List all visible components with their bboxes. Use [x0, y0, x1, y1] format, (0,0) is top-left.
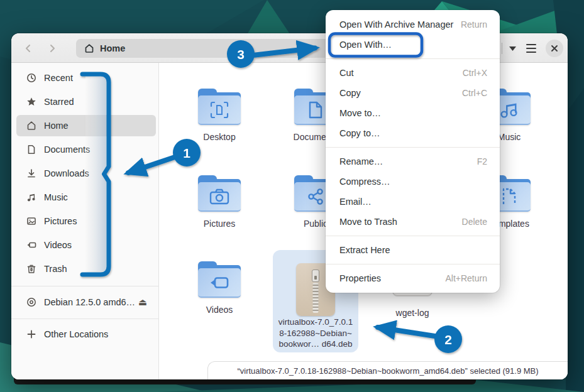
menu-item-label: Compress… — [339, 177, 390, 187]
trash-icon — [26, 264, 36, 274]
menu-item-copy-to[interactable]: Copy to… — [326, 123, 500, 143]
sidebar-item-videos[interactable]: Videos — [16, 234, 156, 256]
sidebar-item-label: Documents — [44, 144, 90, 155]
context-menu: Open With Archive Manager Return Open Wi… — [326, 10, 500, 293]
music-note-icon — [26, 192, 36, 202]
menu-item-open-with[interactable]: Open With… — [326, 35, 500, 55]
sidebar-item-documents[interactable]: Documents — [16, 139, 156, 160]
file-label: Music — [498, 131, 521, 143]
sidebar-item-pictures[interactable]: Pictures — [16, 210, 156, 232]
close-button[interactable] — [546, 40, 563, 57]
desktop: Home Recent Starred — [0, 0, 584, 392]
menu-item-label: Move to Trash — [339, 217, 397, 227]
sidebar-item-debian-volume[interactable]: Debian 12.5.0 amd6… ⏏ — [16, 291, 156, 313]
menu-item-properties[interactable]: Properties Alt+Return — [326, 268, 500, 288]
share-emblem-icon — [307, 188, 324, 205]
view-options-dropdown[interactable] — [505, 41, 519, 56]
menu-item-shortcut: Alt+Return — [445, 273, 487, 283]
menu-separator — [326, 147, 500, 148]
file-label: Desktop — [203, 131, 235, 143]
folder-icon — [198, 89, 241, 125]
sidebar-item-label: Recent — [44, 73, 73, 83]
menu-item-extract-here[interactable]: Extract Here — [326, 240, 500, 260]
video-icon — [26, 240, 36, 250]
menu-item-label: Properties — [339, 273, 381, 283]
chevron-right-icon — [48, 44, 57, 53]
menu-item-email[interactable]: Email… — [326, 192, 500, 212]
menu-item-label: Rename… — [339, 156, 383, 166]
sidebar-item-recent[interactable]: Recent — [16, 67, 156, 89]
menu-item-compress[interactable]: Compress… — [326, 172, 500, 192]
chevron-down-icon — [509, 46, 516, 51]
menu-item-label: Copy to… — [339, 128, 380, 138]
disc-icon — [26, 297, 36, 307]
sidebar-item-label: Music — [44, 192, 68, 202]
view-split-divider — [502, 43, 502, 54]
folder-icon — [198, 175, 241, 212]
menu-item-shortcut: Ctrl+X — [463, 68, 487, 78]
selection-status-bar: “virtualbox-7.0_7.0.18-162988~Debian~boo… — [207, 361, 568, 379]
sidebar-item-music[interactable]: Music — [16, 187, 156, 208]
recent-icon — [26, 73, 36, 83]
menu-item-label: Cut — [339, 68, 354, 78]
menu-item-label: Move to… — [339, 108, 381, 118]
file-label: wget-log — [396, 307, 429, 318]
camera-emblem-icon — [209, 188, 229, 205]
home-icon — [26, 121, 36, 131]
file-pictures[interactable]: Pictures — [179, 175, 260, 229]
menu-item-label: Extract Here — [339, 245, 390, 255]
sidebar-item-starred[interactable]: Starred — [16, 91, 156, 112]
document-emblem-icon — [307, 101, 324, 119]
file-label: Videos — [206, 304, 233, 315]
sidebar-separator — [11, 318, 159, 319]
menu-item-open-with-archive-manager[interactable]: Open With Archive Manager Return — [326, 14, 500, 35]
back-button[interactable] — [20, 40, 36, 57]
menu-item-shortcut: Ctrl+C — [462, 88, 487, 98]
file-desktop[interactable]: Desktop — [179, 89, 260, 143]
menu-item-shortcut: F2 — [477, 156, 487, 166]
document-icon — [26, 144, 36, 155]
zipper-teeth-icon — [313, 283, 319, 313]
menu-item-shortcut: Delete — [462, 217, 487, 227]
menu-item-label: Open With Archive Manager — [339, 19, 453, 30]
sidebar-item-other-locations[interactable]: Other Locations — [16, 324, 156, 345]
file-videos[interactable]: Videos — [179, 261, 260, 315]
menu-item-move-to[interactable]: Move to… — [326, 103, 500, 123]
menu-item-cut[interactable]: Cut Ctrl+X — [326, 63, 500, 83]
forward-button[interactable] — [44, 40, 60, 57]
plus-icon — [26, 329, 36, 339]
sidebar: Recent Starred Home Documents Downloads — [11, 63, 159, 379]
menu-item-label: Copy — [339, 88, 361, 98]
sidebar-item-label: Home — [44, 121, 69, 131]
star-icon — [26, 97, 36, 107]
chevron-left-icon — [24, 44, 33, 53]
sidebar-item-label: Downloads — [44, 168, 89, 178]
sidebar-separator — [11, 286, 159, 286]
music-emblem-icon — [500, 102, 518, 118]
menu-item-copy[interactable]: Copy Ctrl+C — [326, 83, 500, 103]
sidebar-item-label: Pictures — [44, 216, 77, 226]
download-icon — [26, 168, 36, 178]
sidebar-item-trash[interactable]: Trash — [16, 258, 156, 280]
desktop-emblem-icon — [210, 101, 229, 119]
sidebar-item-downloads[interactable]: Downloads — [16, 163, 156, 184]
eject-icon[interactable]: ⏏ — [138, 297, 147, 308]
menu-item-label: Open With… — [339, 40, 392, 50]
menu-separator — [326, 264, 500, 264]
menu-item-label: Email… — [339, 197, 372, 207]
sidebar-item-label: Debian 12.5.0 amd6… — [44, 297, 135, 307]
image-icon — [26, 216, 36, 226]
menu-item-shortcut: Return — [461, 19, 487, 30]
sidebar-item-label: Trash — [44, 264, 67, 274]
sidebar-item-label: Other Locations — [44, 329, 108, 339]
template-emblem-icon — [501, 188, 517, 205]
menu-item-rename[interactable]: Rename… F2 — [326, 151, 500, 172]
sidebar-item-label: Videos — [44, 240, 72, 250]
zipper-pull-icon — [312, 270, 319, 282]
menu-item-move-to-trash[interactable]: Move to Trash Delete — [326, 212, 500, 232]
close-icon — [551, 45, 558, 52]
home-icon — [84, 43, 94, 53]
sidebar-item-home[interactable]: Home — [16, 115, 156, 136]
location-label: Home — [100, 43, 125, 53]
menu-button[interactable] — [523, 41, 539, 56]
